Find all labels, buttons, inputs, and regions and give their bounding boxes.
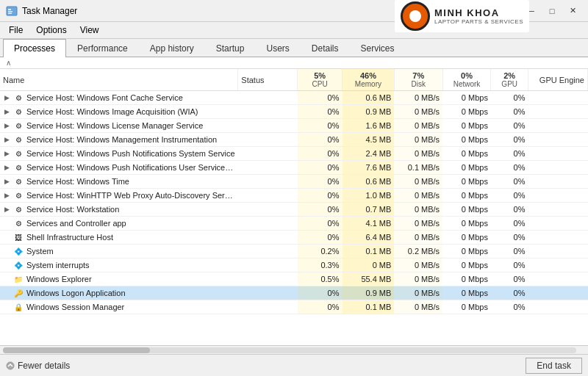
process-network: 0 Mbps [442, 91, 491, 105]
table-row[interactable]: ▶ ⚙ Service Host: Windows Font Cache Ser… [0, 91, 588, 105]
process-disk: 0 MB/s [394, 286, 442, 300]
process-name: Windows Session Manager [26, 303, 124, 311]
process-cpu: 0% [298, 175, 343, 189]
process-network: 0 Mbps [442, 245, 491, 258]
process-network: 0 Mbps [442, 286, 491, 300]
tab-details[interactable]: Details [301, 39, 350, 57]
process-icon: 🔒 [13, 302, 24, 312]
tab-startup[interactable]: Startup [205, 39, 256, 57]
process-network: 0 Mbps [442, 258, 491, 272]
menu-file[interactable]: File [3, 24, 29, 37]
col-header-memory[interactable]: 46% Memory [343, 69, 395, 91]
process-network: 0 Mbps [442, 217, 491, 231]
process-status [238, 286, 298, 300]
process-disk: 0 MB/s [394, 175, 442, 189]
col-header-network[interactable]: 0% Network [442, 69, 491, 91]
process-cpu: 0% [298, 133, 343, 147]
col-header-gpuengine[interactable]: GPU Engine [528, 69, 588, 91]
expand-btn[interactable]: ▶ [3, 206, 10, 213]
expand-btn[interactable]: ▶ [3, 150, 10, 157]
process-disk: 0 MB/s [394, 91, 442, 105]
table-row[interactable]: ▶ ⚙ Service Host: Windows Time 0% 0.6 MB… [0, 175, 588, 189]
process-table-container[interactable]: Name Status 5% CPU 46% Memory [0, 69, 588, 345]
process-icon: ⚙ [13, 148, 24, 159]
process-status [238, 258, 298, 272]
col-header-gpu[interactable]: 2% GPU [491, 69, 528, 91]
process-gpuengine [528, 119, 588, 133]
close-button[interactable]: ✕ [563, 4, 582, 18]
table-row[interactable]: 💠 System interrupts 0.3% 0 MB 0 MB/s 0 M… [0, 258, 588, 272]
table-row[interactable]: ⚙ Services and Controller app 0% 4.1 MB … [0, 217, 588, 231]
tab-performance[interactable]: Performance [66, 39, 139, 57]
table-row[interactable]: 🔑 Windows Logon Application 0% 0.9 MB 0 … [0, 286, 588, 300]
process-gpu: 0% [491, 231, 528, 245]
expand-btn[interactable]: ▶ [3, 178, 10, 185]
col-header-status[interactable]: Status [238, 69, 298, 91]
maximize-button[interactable]: □ [542, 4, 562, 18]
expand-btn[interactable]: ▶ [3, 192, 10, 199]
process-memory: 0.9 MB [343, 105, 395, 119]
process-memory: 6.4 MB [343, 231, 395, 245]
expand-btn[interactable]: ▶ [3, 108, 10, 115]
expand-btn[interactable]: ▶ [3, 94, 10, 101]
table-row[interactable]: ▶ ⚙ Service Host: Windows Push Notificat… [0, 161, 588, 175]
menu-view[interactable]: View [74, 24, 105, 37]
tab-services[interactable]: Services [350, 39, 406, 57]
process-name: Service Host: Windows License Manager Se… [26, 121, 203, 130]
process-gpuengine [528, 245, 588, 258]
process-name-cell: ▶ ⚙ Service Host: Windows Image Acquisit… [0, 105, 238, 119]
process-gpu: 0% [491, 91, 528, 105]
process-cpu: 0% [298, 91, 343, 105]
process-gpuengine [528, 258, 588, 272]
process-name-cell: 🔒 Windows Session Manager [0, 300, 238, 314]
horizontal-scrollbar[interactable] [0, 345, 588, 354]
table-row[interactable]: 💠 System 0.2% 0.1 MB 0.2 MB/s 0 Mbps 0% [0, 245, 588, 258]
table-row[interactable]: ▶ ⚙ Service Host: Windows License Manage… [0, 119, 588, 133]
col-header-cpu[interactable]: 5% CPU [298, 69, 343, 91]
process-gpu: 0% [491, 300, 528, 314]
process-memory: 55.4 MB [343, 272, 395, 286]
process-status [238, 147, 298, 161]
table-row[interactable]: ▶ ⚙ Service Host: WinHTTP Web Proxy Auto… [0, 189, 588, 203]
expand-btn[interactable]: ▶ [3, 122, 10, 129]
process-status [238, 272, 298, 286]
process-disk: 0 MB/s [394, 133, 442, 147]
process-cpu: 0% [298, 189, 343, 203]
process-cpu: 0.5% [298, 272, 343, 286]
fewer-details-button[interactable]: Fewer details [6, 361, 70, 371]
process-gpuengine [528, 231, 588, 245]
end-task-button[interactable]: End task [526, 358, 582, 374]
col-header-disk[interactable]: 7% Disk [394, 69, 442, 91]
table-row[interactable]: 🔒 Windows Session Manager 0% 0.1 MB 0 MB… [0, 300, 588, 314]
process-icon: 🖼 [13, 232, 24, 242]
process-network: 0 Mbps [442, 231, 491, 245]
table-row[interactable]: ▶ ⚙ Service Host: Windows Image Acquisit… [0, 105, 588, 119]
table-row[interactable]: ▶ ⚙ Service Host: Windows Push Notificat… [0, 147, 588, 161]
process-gpu: 0% [491, 189, 528, 203]
process-memory: 2.4 MB [343, 147, 395, 161]
process-gpu: 0% [491, 245, 528, 258]
process-memory: 0.6 MB [343, 91, 395, 105]
col-header-name[interactable]: Name [0, 69, 238, 91]
menu-options[interactable]: Options [30, 24, 72, 37]
table-row[interactable]: 📁 Windows Explorer 0.5% 55.4 MB 0 MB/s 0… [0, 272, 588, 286]
expand-btn[interactable]: ▶ [3, 136, 10, 143]
bottom-bar: Fewer details End task [0, 354, 588, 376]
process-status [238, 300, 298, 314]
process-icon: ⚙ [13, 204, 24, 214]
expand-btn[interactable]: ▶ [3, 164, 10, 171]
table-row[interactable]: ▶ ⚙ Service Host: Windows Management Ins… [0, 133, 588, 147]
process-memory: 0.9 MB [343, 286, 395, 300]
process-icon: ⚙ [13, 218, 24, 228]
sort-arrow: ∧ [3, 59, 14, 67]
tab-users[interactable]: Users [255, 39, 300, 57]
process-name-cell: 📁 Windows Explorer [0, 272, 238, 286]
tab-processes[interactable]: Processes [3, 39, 66, 57]
table-row[interactable]: ▶ ⚙ Service Host: Workstation 0% 0.7 MB … [0, 203, 588, 217]
process-icon: 💠 [13, 260, 24, 270]
process-name-cell: ▶ ⚙ Service Host: Windows Push Notificat… [0, 147, 238, 161]
tab-app-history[interactable]: App history [139, 39, 205, 57]
process-name-cell: ▶ ⚙ Service Host: Windows Font Cache Ser… [0, 91, 238, 105]
table-row[interactable]: 🖼 Shell Infrastructure Host 0% 6.4 MB 0 … [0, 231, 588, 245]
process-name-cell: 💠 System [0, 245, 238, 258]
